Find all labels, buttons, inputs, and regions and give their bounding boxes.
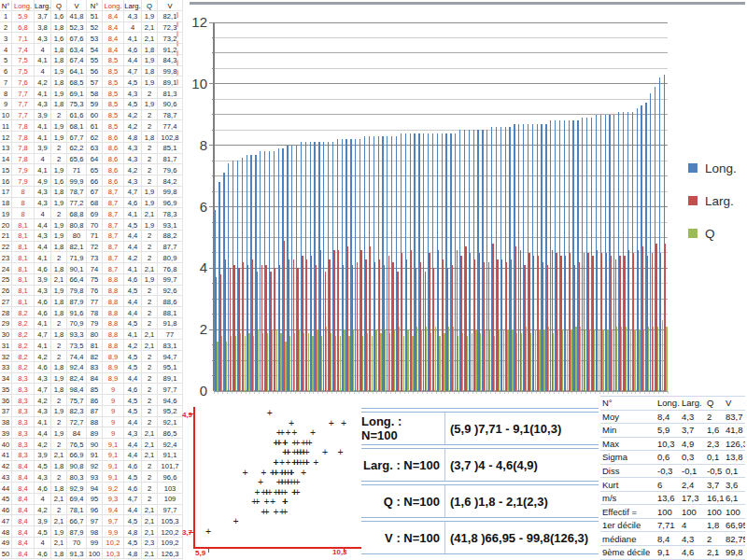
table-cell[interactable]: 2,1	[142, 427, 158, 439]
table-cell[interactable]: 4,7	[124, 66, 142, 77]
table-cell[interactable]: 4,5	[124, 286, 142, 297]
table-cell[interactable]: 63	[87, 143, 103, 154]
table-cell[interactable]: 1,9	[142, 11, 158, 22]
table-cell[interactable]: 33	[0, 362, 12, 373]
table-cell[interactable]: 1,8	[51, 44, 67, 55]
table-cell[interactable]: 4,6	[35, 483, 51, 494]
stats-cell[interactable]: 6,1	[724, 492, 745, 506]
table-cell[interactable]: 7,7	[12, 110, 35, 121]
table-cell[interactable]: 89,1	[158, 77, 183, 88]
stats-cell[interactable]: 0,6	[655, 451, 680, 465]
stats-cell[interactable]: 3,6	[724, 478, 745, 492]
table-cell[interactable]: 8,1	[12, 274, 35, 286]
table-cell[interactable]: 92,4	[158, 439, 183, 450]
table-cell[interactable]: 1,8	[51, 549, 67, 560]
table-cell[interactable]: 83,1	[158, 340, 183, 351]
table-cell[interactable]: 4,1	[35, 55, 51, 66]
table-cell[interactable]: 1,9	[51, 526, 67, 538]
table-cell[interactable]: 3,9	[35, 110, 51, 121]
table-cell[interactable]: 1,8	[51, 329, 67, 341]
table-cell[interactable]: 105,3	[158, 515, 183, 526]
table-cell[interactable]: 85,1	[158, 143, 183, 154]
table-cell[interactable]: 98,4	[67, 384, 87, 395]
table-cell[interactable]: 1,9	[51, 120, 67, 132]
table-cell[interactable]: 4,3	[35, 33, 51, 44]
column-header[interactable]: N°	[87, 0, 103, 11]
table-cell[interactable]: 2	[142, 296, 158, 307]
table-cell[interactable]: 56	[87, 66, 103, 77]
table-cell[interactable]: 2	[142, 373, 158, 385]
stats-header[interactable]: Long.	[655, 397, 680, 411]
table-cell[interactable]: 4,1	[124, 263, 142, 274]
table-cell[interactable]: 2,1	[142, 526, 158, 538]
table-cell[interactable]: 9,1	[103, 450, 124, 461]
table-cell[interactable]: 8,7	[103, 198, 124, 209]
table-cell[interactable]: 9	[103, 384, 124, 395]
table-cell[interactable]: 4,5	[124, 538, 142, 549]
table-cell[interactable]: 77,4	[158, 120, 183, 132]
column-header[interactable]: Larg.	[35, 0, 51, 11]
table-cell[interactable]: 50	[0, 549, 12, 560]
table-cell[interactable]: 67,4	[67, 55, 87, 66]
table-cell[interactable]: 69,4	[67, 494, 87, 505]
table-cell[interactable]: 67,6	[67, 33, 87, 44]
table-cell[interactable]: 92,4	[67, 362, 87, 373]
table-cell[interactable]: 4,6	[124, 461, 142, 472]
table-cell[interactable]: 4,5	[124, 219, 142, 231]
table-cell[interactable]: 37	[0, 406, 12, 417]
table-cell[interactable]: 77	[158, 329, 183, 341]
table-cell[interactable]: 4,1	[124, 33, 142, 44]
table-cell[interactable]: 93	[87, 471, 103, 483]
table-cell[interactable]: 8,8	[103, 286, 124, 297]
table-cell[interactable]: 84,2	[158, 175, 183, 187]
table-cell[interactable]: 1,9	[51, 373, 67, 385]
table-cell[interactable]: 80,3	[67, 471, 87, 483]
table-cell[interactable]: 6,8	[12, 22, 35, 34]
table-cell[interactable]: 66	[87, 175, 103, 187]
table-cell[interactable]: 41	[0, 450, 12, 461]
table-cell[interactable]: 4,5	[124, 77, 142, 88]
column-header[interactable]: V	[67, 0, 87, 11]
stats-cell[interactable]: 0,3	[680, 451, 705, 465]
table-cell[interactable]: 15	[0, 164, 12, 175]
table-cell[interactable]: 8,6	[103, 154, 124, 165]
legend-item-long[interactable]: Long.	[688, 161, 737, 175]
stats-cell[interactable]: 13,8	[724, 451, 745, 465]
table-cell[interactable]: 31	[0, 340, 12, 351]
table-cell[interactable]: 8,2	[12, 351, 35, 362]
table-cell[interactable]: 4,5	[124, 471, 142, 483]
stats-cell[interactable]: 4,6	[680, 546, 705, 560]
table-cell[interactable]: 4,5	[35, 526, 51, 538]
table-cell[interactable]: 62,2	[67, 143, 87, 154]
table-cell[interactable]: 72,7	[67, 417, 87, 428]
stats-cell[interactable]: 4,9	[680, 438, 705, 452]
table-cell[interactable]: 8,8	[103, 296, 124, 307]
table-cell[interactable]: 94,7	[158, 351, 183, 362]
table-cell[interactable]: 1,8	[142, 44, 158, 55]
table-cell[interactable]: 4,1	[35, 252, 51, 263]
table-cell[interactable]: 8,5	[103, 55, 124, 66]
table-cell[interactable]: 2	[51, 395, 67, 406]
table-cell[interactable]: 9	[0, 99, 12, 110]
table-cell[interactable]: 4,3	[124, 88, 142, 99]
summary-value[interactable]: (5,9 )7,71 - 9,1(10,3)	[445, 413, 599, 444]
table-cell[interactable]: 4	[35, 66, 51, 77]
table-cell[interactable]: 18	[0, 198, 12, 209]
table-cell[interactable]: 4,9	[35, 175, 51, 187]
table-cell[interactable]: 7,4	[12, 44, 35, 55]
table-cell[interactable]: 78,7	[67, 187, 87, 198]
table-cell[interactable]: 8,8	[103, 307, 124, 318]
table-cell[interactable]: 3,7	[35, 11, 51, 22]
table-cell[interactable]: 1,6	[51, 33, 67, 44]
stats-cell[interactable]: 0,1	[705, 451, 724, 465]
stats-cell[interactable]: 1,6	[705, 424, 724, 438]
table-cell[interactable]: 4	[35, 208, 51, 219]
table-cell[interactable]: 8,8	[103, 340, 124, 351]
table-cell[interactable]: 2	[51, 208, 67, 219]
table-cell[interactable]: 3,9	[35, 450, 51, 461]
table-cell[interactable]: 1,9	[51, 231, 67, 242]
table-cell[interactable]: 59	[87, 99, 103, 110]
summary-label[interactable]: Larg. : N=100	[361, 449, 445, 481]
summary-label[interactable]: Q : N=100	[361, 485, 445, 517]
table-cell[interactable]: 8,4	[103, 22, 124, 34]
